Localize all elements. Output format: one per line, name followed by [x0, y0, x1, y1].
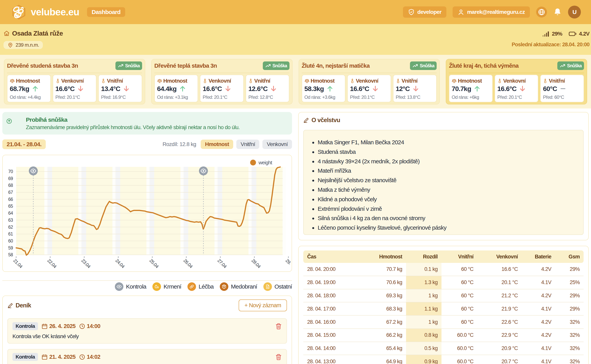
- svg-text:61: 61: [8, 231, 13, 236]
- svg-text:29.: 29.: [285, 258, 292, 266]
- svg-text:63: 63: [8, 218, 13, 223]
- svg-text:26.04: 26.04: [182, 258, 194, 269]
- svg-text:weight: weight: [258, 160, 272, 165]
- svg-text:27.04: 27.04: [216, 258, 228, 269]
- svg-text:70: 70: [8, 169, 13, 174]
- svg-text:66: 66: [8, 197, 13, 202]
- svg-text:60: 60: [8, 238, 13, 243]
- svg-text:64: 64: [8, 211, 13, 216]
- svg-text:62: 62: [8, 225, 13, 230]
- svg-text:65: 65: [8, 204, 13, 209]
- svg-text:68: 68: [8, 183, 13, 188]
- svg-text:28.04: 28.04: [250, 258, 262, 269]
- svg-text:22.04: 22.04: [46, 258, 57, 269]
- svg-text:59: 59: [8, 245, 13, 250]
- svg-text:25.04: 25.04: [148, 258, 160, 269]
- svg-text:21.04: 21.04: [12, 258, 23, 269]
- svg-text:67: 67: [8, 190, 13, 195]
- svg-text:58: 58: [8, 252, 13, 257]
- svg-text:24.04: 24.04: [114, 258, 126, 269]
- svg-text:69: 69: [8, 176, 13, 181]
- svg-text:23.04: 23.04: [81, 258, 92, 269]
